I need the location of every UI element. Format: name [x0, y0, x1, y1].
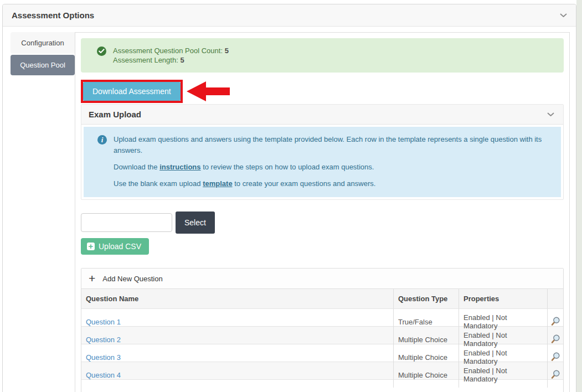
assessment-length-line: Assessment Length: 5 — [113, 55, 555, 65]
check-circle-icon — [97, 47, 106, 56]
tab-configuration[interactable]: Configuration — [11, 32, 75, 54]
column-header-question-name: Question Name — [81, 289, 393, 308]
table-row: Question 4 Multiple Choice Enabled | Not… — [81, 362, 563, 379]
exam-upload-header[interactable]: Exam Upload — [81, 105, 563, 125]
question-table: Question Name Question Type Properties Q… — [81, 289, 563, 392]
question-properties-cell: Enabled | Not Mandatory — [459, 362, 547, 388]
upload-instructions-alert: i Upload exam questions and answers usin… — [84, 127, 561, 197]
panel-header: Assessment Options — [3, 4, 576, 27]
column-header-question-type: Question Type — [393, 289, 459, 308]
upload-csv-button[interactable]: + Upload CSV — [81, 238, 149, 255]
question-type-cell: Multiple Choice — [393, 362, 459, 388]
column-header-actions — [547, 289, 563, 308]
exam-upload-body: i Upload exam questions and answers usin… — [81, 125, 563, 199]
question-link[interactable]: Question 3 — [86, 353, 121, 362]
annotation-arrow-icon — [186, 80, 231, 102]
plus-icon: + — [89, 273, 95, 284]
question-pool-tab-panel: Assessment Question Pool Count: 5 Assess… — [75, 32, 570, 392]
template-paragraph: Use the blank exam upload template to cr… — [114, 178, 550, 189]
question-link[interactable]: Question 1 — [86, 318, 121, 326]
preview-question-button[interactable] — [547, 362, 563, 388]
select-file-button[interactable]: Select — [176, 212, 215, 234]
table-row: Question 2 Multiple Choice Enabled | Not… — [81, 326, 563, 344]
question-link[interactable]: Question 4 — [86, 371, 121, 379]
annotation-highlight-box: Download Assessment — [81, 80, 183, 103]
page-background-strip — [576, 0, 582, 392]
question-table-header: Question Name Question Type Properties — [81, 289, 563, 308]
page-title: Assessment Options — [12, 11, 94, 20]
download-instructions-paragraph: Download the instructions to review the … — [114, 162, 550, 173]
magnifier-icon — [550, 369, 560, 381]
question-pool-table-panel: + Add New Question Question Name Questio… — [81, 268, 564, 392]
info-icon: i — [97, 135, 107, 145]
question-table-body: Question 1 True/False Enabled | Not Mand… — [81, 308, 563, 379]
download-row: Download Assessment — [81, 80, 564, 103]
table-row: Question 1 True/False Enabled | Not Mand… — [81, 308, 563, 326]
panel-body: Configuration Question Pool Assessment Q… — [3, 27, 576, 392]
file-select-row: Select — [81, 212, 564, 234]
exam-upload-title: Exam Upload — [89, 110, 141, 119]
magnifier-icon — [550, 316, 560, 328]
template-link[interactable]: template — [203, 179, 232, 188]
pool-count-label: Assessment Question Pool Count: — [113, 47, 223, 55]
add-new-question-label: Add New Question — [102, 275, 162, 283]
add-new-question-button[interactable]: + Add New Question — [81, 269, 563, 289]
tab-column: Configuration Question Pool — [11, 32, 75, 392]
assessment-summary-alert: Assessment Question Pool Count: 5 Assess… — [81, 38, 564, 73]
upload-instructions-paragraph: Upload exam questions and answers using … — [114, 134, 550, 156]
question-link[interactable]: Question 2 — [86, 336, 121, 344]
magnifier-icon — [550, 334, 560, 345]
assessment-length-value: 5 — [180, 56, 184, 64]
exam-upload-panel: Exam Upload i Upload exam questions and … — [81, 104, 564, 200]
instructions-link[interactable]: instructions — [159, 163, 200, 171]
chevron-down-icon[interactable] — [547, 112, 554, 117]
chevron-down-icon[interactable] — [560, 13, 567, 18]
download-assessment-button[interactable]: Download Assessment — [83, 82, 181, 101]
tab-question-pool[interactable]: Question Pool — [11, 55, 75, 75]
pool-count-value: 5 — [225, 47, 229, 55]
assessment-length-label: Assessment Length: — [113, 56, 178, 64]
pool-count-line: Assessment Question Pool Count: 5 — [113, 46, 555, 55]
file-name-input[interactable] — [81, 213, 172, 232]
table-row: Question 3 Multiple Choice Enabled | Not… — [81, 344, 563, 362]
upload-csv-label: Upload CSV — [99, 242, 141, 251]
magnifier-icon — [550, 352, 560, 363]
plus-square-icon: + — [87, 243, 95, 250]
assessment-options-panel: Assessment Options Configuration Questio… — [2, 4, 576, 392]
column-header-properties: Properties — [459, 289, 547, 308]
